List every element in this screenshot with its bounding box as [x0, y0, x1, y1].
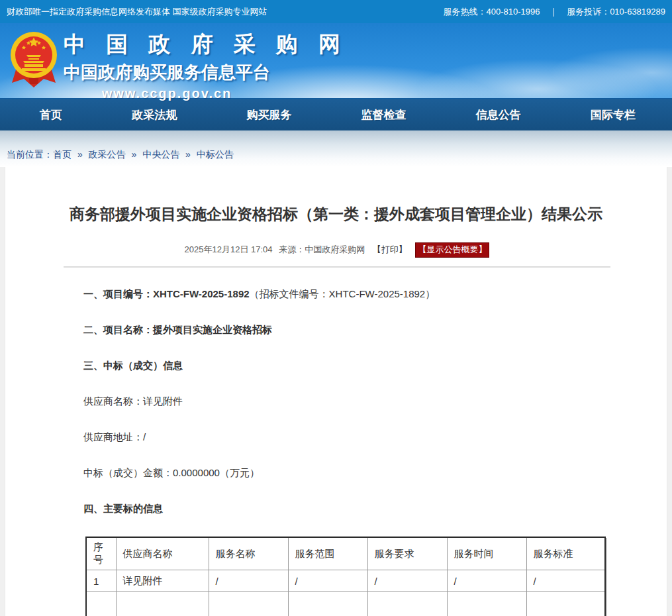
print-button[interactable]: 【打印】	[373, 244, 407, 254]
site-logo[interactable]: 中 国 政 府 采 购 网 中国政府购买服务信息平台 www.ccgp.gov.…	[9, 30, 270, 101]
nav-item-regulations[interactable]: 政采法规	[132, 107, 177, 123]
site-header: 中 国 政 府 采 购 网 中国政府购买服务信息平台 www.ccgp.gov.…	[0, 23, 672, 98]
col-header-index: 序号	[86, 537, 116, 570]
cell-service-time: /	[447, 570, 526, 592]
cell-supplier: 详见附件	[116, 570, 209, 592]
article-source: 来源：中国政府采购网	[279, 244, 365, 254]
cell-service-scope: /	[288, 570, 367, 592]
col-header-supplier: 供应商名称	[116, 537, 209, 570]
show-summary-button[interactable]: 【显示公告概要】	[415, 242, 489, 258]
col-header-service-requirements: 服务要求	[367, 537, 447, 570]
breadcrumb-procurement-notices[interactable]: 政采公告	[89, 149, 126, 160]
topbar-slogan: 财政部唯一指定政府采购信息网络发布媒体 国家级政府采购专业网站	[7, 6, 267, 18]
main-items-heading: 四、主要标的信息	[83, 502, 640, 515]
site-title: 中 国 政 府 采 购 网	[64, 30, 270, 60]
col-header-service-scope: 服务范围	[288, 537, 367, 570]
service-complaint: 服务投诉：010-63819289	[567, 6, 665, 18]
col-header-service-standard: 服务标准	[526, 537, 605, 570]
cell-service-standard: /	[526, 570, 605, 592]
nav-item-international[interactable]: 国际专栏	[591, 107, 636, 123]
supplier-name-line: 供应商名称：详见附件	[83, 395, 640, 408]
cell-service-requirements: /	[367, 570, 447, 592]
breadcrumb-award-notices[interactable]: 中标公告	[197, 149, 234, 160]
cell-supplier	[116, 592, 209, 616]
supplier-address-line: 供应商地址：/	[83, 431, 640, 444]
cell-service-standard	[526, 592, 605, 616]
cell-service-scope	[288, 592, 367, 616]
breadcrumb-separator: »	[185, 149, 191, 160]
article-container: 商务部援外项目实施企业资格招标（第一类：援外成套项目管理企业）结果公示 2025…	[5, 167, 667, 616]
topbar-divider: ｜	[549, 6, 557, 18]
main-nav: 首页 政采法规 购买服务 监督检查 信息公告 国际专栏	[0, 98, 672, 130]
article-title: 商务部援外项目实施企业资格招标（第一类：援外成套项目管理企业）结果公示	[5, 167, 667, 224]
breadcrumb-separator: »	[131, 149, 136, 160]
breadcrumb-strip: 当前位置：首页 » 政采公告 » 中央公告 » 中标公告	[0, 130, 672, 167]
table-row-empty	[86, 592, 605, 616]
nav-item-purchase-services[interactable]: 购买服务	[246, 107, 291, 123]
site-url: www.ccgp.gov.cn	[64, 86, 270, 101]
project-number-rest: （招标文件编号：XHTC-FW-2025-1892）	[250, 288, 436, 299]
cell-index: 1	[86, 570, 116, 592]
project-name-line: 二、项目名称：援外项目实施企业资格招标	[83, 323, 640, 336]
article-meta: 2025年12月12日 17:04 来源：中国政府采购网 【打印】 【显示公告概…	[5, 242, 667, 258]
nav-item-home[interactable]: 首页	[40, 107, 62, 123]
topbar-contacts: 服务热线：400-810-1996 ｜ 服务投诉：010-63819289	[443, 6, 665, 18]
table-header-row: 序号 供应商名称 服务名称 服务范围 服务要求 服务时间 服务标准	[86, 537, 605, 570]
cell-service-time	[447, 592, 526, 616]
article-date: 2025年12月12日 17:04	[185, 244, 273, 254]
table-row: 1 详见附件 / / / / /	[86, 570, 605, 592]
service-hotline: 服务热线：400-810-1996	[443, 6, 540, 18]
breadcrumb-home[interactable]: 首页	[53, 149, 72, 160]
logo-text: 中 国 政 府 采 购 网 中国政府购买服务信息平台 www.ccgp.gov.…	[64, 30, 270, 101]
topbar: 财政部唯一指定政府采购信息网络发布媒体 国家级政府采购专业网站 服务热线：400…	[0, 0, 672, 23]
cell-service-requirements	[367, 592, 447, 616]
national-emblem-icon	[9, 30, 58, 91]
cell-service-name: /	[209, 570, 288, 592]
cell-index	[86, 592, 116, 616]
article-body: 一、项目编号：XHTC-FW-2025-1892（招标文件编号：XHTC-FW-…	[5, 268, 667, 616]
breadcrumb-prefix: 当前位置：	[7, 149, 53, 160]
project-number-bold: 一、项目编号：XHTC-FW-2025-1892	[83, 288, 250, 299]
col-header-service-name: 服务名称	[209, 537, 288, 570]
nav-item-announcements[interactable]: 信息公告	[476, 107, 521, 123]
site-subtitle: 中国政府购买服务信息平台	[64, 61, 270, 84]
nav-item-supervision[interactable]: 监督检查	[361, 107, 407, 123]
award-info-heading: 三、中标（成交）信息	[83, 359, 640, 372]
col-header-service-time: 服务时间	[447, 537, 526, 570]
breadcrumb: 当前位置：首页 » 政采公告 » 中央公告 » 中标公告	[7, 149, 234, 160]
award-amount-line: 中标（成交）金额：0.0000000（万元）	[83, 466, 640, 480]
breadcrumb-central-notices[interactable]: 中央公告	[142, 149, 179, 160]
items-table: 序号 供应商名称 服务名称 服务范围 服务要求 服务时间 服务标准 1 详见附件…	[85, 537, 606, 616]
project-number-line: 一、项目编号：XHTC-FW-2025-1892（招标文件编号：XHTC-FW-…	[83, 287, 640, 301]
breadcrumb-separator: »	[77, 149, 83, 160]
cell-service-name	[209, 592, 288, 616]
